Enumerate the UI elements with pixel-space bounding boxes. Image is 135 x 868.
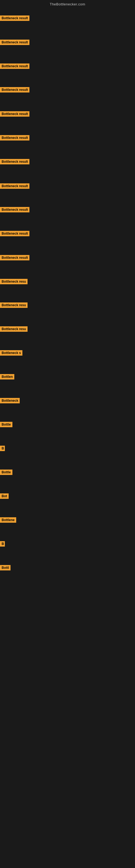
site-header: TheBottlenecker.com: [0, 0, 135, 7]
bottleneck-badge-13[interactable]: Bottleneck resu: [0, 303, 28, 308]
bottleneck-badge-2[interactable]: Bottleneck result: [0, 40, 30, 45]
bottleneck-badge-19[interactable]: B: [0, 446, 5, 451]
bottleneck-item-1: Bottleneck result: [0, 16, 30, 22]
bottleneck-badge-3[interactable]: Bottleneck result: [0, 63, 30, 69]
bottleneck-badge-24[interactable]: Bottl: [0, 565, 10, 570]
bottleneck-item-17: Bottleneck: [0, 398, 20, 404]
bottleneck-item-24: Bottl: [0, 565, 10, 571]
bottleneck-item-11: Bottleneck result: [0, 255, 30, 261]
bottleneck-item-10: Bottleneck result: [0, 231, 30, 237]
bottleneck-item-14: Bottleneck resu: [0, 326, 28, 333]
bottleneck-item-21: Bot: [0, 493, 9, 500]
bottleneck-item-9: Bottleneck result: [0, 207, 30, 214]
site-title: TheBottlenecker.com: [50, 2, 85, 6]
bottleneck-badge-7[interactable]: Bottleneck result: [0, 159, 30, 164]
bottleneck-item-8: Bottleneck result: [0, 183, 30, 190]
bottleneck-item-13: Bottleneck resu: [0, 303, 28, 309]
bottleneck-badge-14[interactable]: Bottleneck resu: [0, 326, 28, 332]
bottleneck-item-4: Bottleneck result: [0, 87, 30, 94]
bottleneck-badge-10[interactable]: Bottleneck result: [0, 231, 30, 236]
bottleneck-item-2: Bottleneck result: [0, 40, 30, 46]
bottleneck-badge-1[interactable]: Bottleneck result: [0, 16, 30, 21]
bottleneck-badge-5[interactable]: Bottleneck result: [0, 111, 30, 117]
bottleneck-badge-4[interactable]: Bottleneck result: [0, 87, 30, 93]
bottleneck-badge-8[interactable]: Bottleneck result: [0, 183, 30, 189]
bottleneck-item-15: Bottleneck s: [0, 350, 22, 357]
bottleneck-item-12: Bottleneck resu: [0, 279, 28, 285]
bottleneck-item-7: Bottleneck result: [0, 159, 30, 165]
bottleneck-item-20: Bottle: [0, 469, 12, 476]
bottleneck-badge-17[interactable]: Bottleneck: [0, 398, 20, 403]
bottleneck-badge-22[interactable]: Bottlene: [0, 517, 16, 523]
bottleneck-badge-12[interactable]: Bottleneck resu: [0, 279, 28, 284]
bottleneck-badge-11[interactable]: Bottleneck result: [0, 255, 30, 260]
bottleneck-badge-15[interactable]: Bottleneck s: [0, 350, 22, 355]
bottleneck-item-23: B: [0, 541, 5, 548]
bottleneck-item-22: Bottlene: [0, 517, 16, 524]
bottleneck-badge-16[interactable]: Bottlen: [0, 374, 14, 379]
bottleneck-badge-23[interactable]: B: [0, 541, 5, 547]
bottleneck-item-19: B: [0, 446, 5, 452]
bottleneck-badge-21[interactable]: Bot: [0, 493, 9, 499]
bottleneck-item-18: Bottle: [0, 422, 12, 428]
bottleneck-item-6: Bottleneck result: [0, 135, 30, 142]
bottleneck-badge-20[interactable]: Bottle: [0, 469, 12, 475]
bottleneck-item-5: Bottleneck result: [0, 111, 30, 118]
bottleneck-badge-6[interactable]: Bottleneck result: [0, 135, 30, 141]
bottleneck-badge-9[interactable]: Bottleneck result: [0, 207, 30, 212]
bottleneck-item-16: Bottlen: [0, 374, 14, 380]
bottleneck-item-3: Bottleneck result: [0, 63, 30, 70]
bottleneck-badge-18[interactable]: Bottle: [0, 422, 12, 427]
